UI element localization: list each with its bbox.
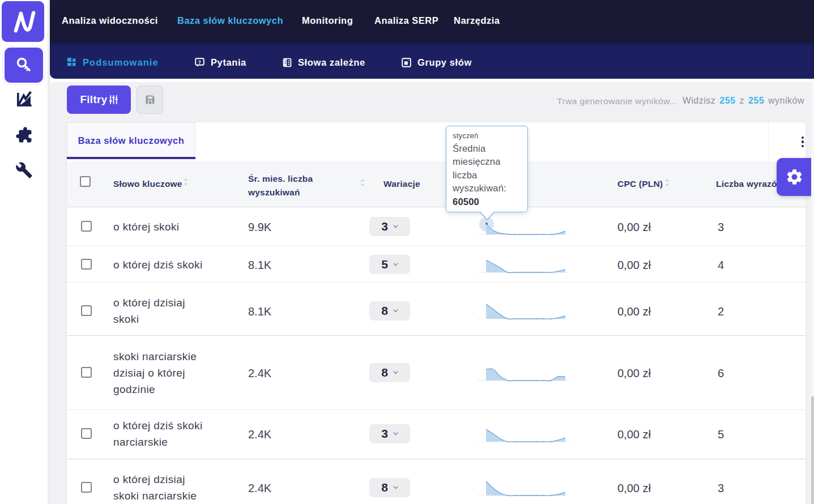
svg-text:?: ? <box>198 59 201 65</box>
